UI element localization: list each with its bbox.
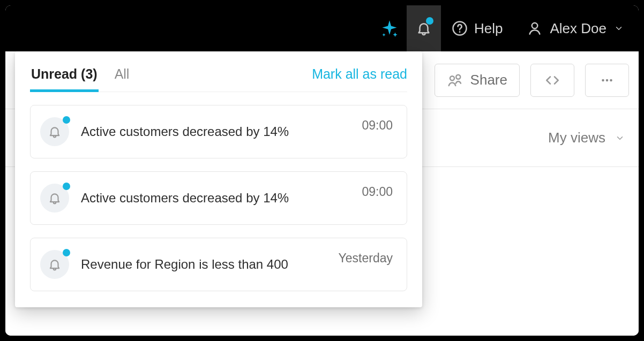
unread-dot-icon [63,249,70,256]
notification-list: Active customers decreased by 14% 09:00 [30,92,407,291]
svg-point-4 [456,74,460,79]
unread-dot-icon [63,116,70,124]
user-icon [527,20,543,36]
help-icon [452,20,468,36]
svg-point-1 [459,31,461,33]
sparkle-icon [380,19,399,38]
help-label: Help [474,20,503,37]
notification-item[interactable]: Active customers decreased by 14% 09:00 [30,171,407,225]
notification-text: Revenue for Region is less than 400 [81,257,327,272]
notifications-tabs-row: Unread (3) All Mark all as read [30,61,407,92]
help-button[interactable]: Help [441,5,513,51]
chevron-down-icon [615,133,625,143]
notification-time: Yesterday [339,250,393,266]
bell-icon [48,125,62,139]
notification-item[interactable]: Revenue for Region is less than 400 Yest… [30,238,407,291]
more-options-button[interactable] [585,64,629,97]
bell-icon [48,191,62,205]
notifications-panel: Unread (3) All Mark all as read [15,51,422,307]
top-bar: Help Alex Doe [5,5,639,51]
chevron-down-icon [614,24,624,33]
notification-unread-dot-icon [426,17,433,25]
svg-point-7 [610,79,612,81]
unread-dot-icon [63,183,70,190]
more-horizontal-icon [599,72,615,88]
user-menu[interactable]: Alex Doe [514,5,630,51]
notification-text: Active customers decreased by 14% [81,191,350,206]
embed-code-button[interactable] [530,64,574,97]
svg-point-5 [602,79,604,81]
my-views-dropdown[interactable]: My views [548,130,625,146]
svg-point-3 [450,76,454,80]
share-icon [447,72,463,88]
ai-sparkle-button[interactable] [372,5,407,51]
notification-bell-badge [40,117,69,146]
notification-time: 09:00 [362,184,393,199]
notification-item[interactable]: Active customers decreased by 14% 09:00 [30,105,407,158]
tab-all[interactable]: All [114,61,131,92]
my-views-label: My views [548,130,605,146]
notification-bell-badge [40,250,69,279]
share-label: Share [470,72,507,88]
share-button[interactable]: Share [435,64,520,97]
notification-time: 09:00 [362,117,393,133]
svg-point-6 [606,79,609,81]
bell-icon [48,257,62,271]
mark-all-read-link[interactable]: Mark all as read [312,66,407,92]
notifications-button[interactable] [407,5,441,51]
user-name-label: Alex Doe [550,20,607,37]
tab-unread[interactable]: Unread (3) [30,61,99,92]
notification-bell-badge [40,184,69,213]
code-icon [544,72,561,89]
svg-point-2 [531,23,537,29]
notification-text: Active customers decreased by 14% [81,124,350,139]
